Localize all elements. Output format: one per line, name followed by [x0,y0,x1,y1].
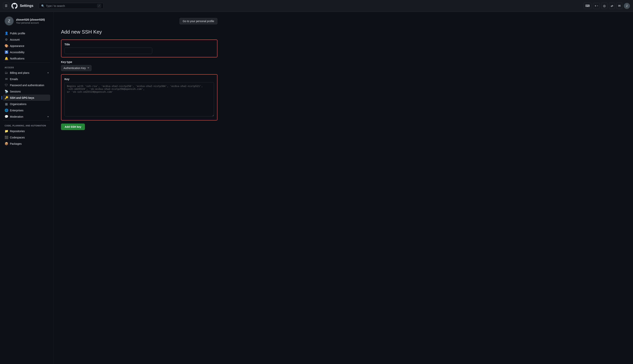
access-section-label: Access [3,63,50,70]
sidebar-item-packages[interactable]: 📦 Packages [3,140,50,147]
user-section: Z zloser020 (zloser020) Your personal ac… [3,16,50,26]
sidebar-item-label: Account [10,38,49,41]
key-icon: 🔑 [4,96,8,100]
sidebar-item-label: Password and authentication [10,84,49,87]
sidebar-item-label: Notifications [10,57,49,60]
hamburger-button[interactable]: ☰ [3,3,9,9]
sidebar-code-nav: 📁 Repositories ⬛ Codespaces 📦 Packages [3,128,50,147]
key-label: Key [64,78,214,81]
key-type-label: Key type [61,60,218,64]
billing-icon: 🗂 [4,71,8,74]
sidebar-item-enterprises[interactable]: 🌐 Enterprises [3,107,50,114]
sidebar-item-billing[interactable]: 🗂 Billing and plans ▾ [3,70,50,76]
avatar-button[interactable]: Z [624,3,630,9]
copilot-button[interactable]: ◎ [601,3,608,9]
terminal-button[interactable]: ⌨ [584,3,592,9]
user-subtitle: Your personal account [16,22,45,24]
sidebar-item-sessions[interactable]: 📡 Sessions [3,88,50,94]
person-icon: 👤 [4,32,8,35]
key-type-section: Key type Authentication Key Signing Key [61,60,218,71]
sidebar-item-label: Appearance [10,44,49,48]
sidebar-item-label: Moderation [10,115,46,118]
shield-icon: 🛡 [4,84,8,87]
page-title: Add new SSH Key [61,29,218,35]
chevron-down-icon: ▾ [48,115,49,118]
nav-title: Settings [20,4,34,8]
terminal-icon: ⌨ [585,4,590,8]
sidebar-item-public-profile[interactable]: 👤 Public profile [3,30,50,36]
sidebar-item-label: Accessibility [10,51,49,54]
copilot-icon: ◎ [603,4,606,8]
key-type-select[interactable]: Authentication Key Signing Key [61,65,92,71]
main-layout: Z zloser020 (zloser020) Your personal ac… [0,12,633,364]
topnav: ☰ Settings 🔍 Type / to search / ⌨ + ▾ ◎ … [0,0,633,12]
username: zloser020 (zloser020) [16,18,45,21]
key-textarea[interactable] [64,82,214,116]
sidebar-item-repositories[interactable]: 📁 Repositories [3,128,50,134]
search-box[interactable]: 🔍 Type / to search / [39,3,104,9]
repo-icon: 📁 [4,129,8,133]
user-info: zloser020 (zloser020) Your personal acco… [16,18,45,24]
title-section: Title [61,40,218,58]
add-ssh-key-button[interactable]: Add SSH key [61,124,85,130]
github-logo [12,3,18,9]
email-icon: ✉ [4,77,8,81]
chevron-down-icon: ▾ [48,72,49,74]
gear-icon: ⚙ [4,38,8,42]
sidebar-item-moderation[interactable]: 💬 Moderation ▾ [3,114,50,120]
title-input[interactable] [64,48,152,54]
sidebar-item-organizations[interactable]: ▦ Organizations [3,101,50,107]
sidebar-item-codespaces[interactable]: ⬛ Codespaces [3,134,50,140]
pullrequest-icon: ⇄ [611,4,613,8]
sidebar-item-label: Codespaces [10,136,49,139]
sidebar-item-password-auth[interactable]: 🛡 Password and authentication [3,82,50,88]
topnav-left: ☰ Settings 🔍 Type / to search / [3,3,581,9]
organizations-icon: ▦ [4,102,8,106]
sidebar-item-account[interactable]: ⚙ Account [3,36,50,43]
sidebar-item-notifications[interactable]: 🔔 Notifications [3,55,50,62]
sidebar-item-label: Emails [10,78,49,81]
sidebar-main-nav: 👤 Public profile ⚙ Account 🎨 Appearance … [3,30,50,62]
user-avatar-top: Z [624,3,630,9]
sidebar-item-ssh-gpg[interactable]: 🔑 SSH and GPG keys [3,94,50,101]
search-placeholder-text: Type / to search [46,4,96,8]
code-section-label: Code, planning, and automation [3,122,50,128]
sidebar-item-label: Sessions [10,90,49,93]
inbox-button[interactable]: ✉ [616,3,622,9]
search-icon: 🔍 [41,4,44,8]
profile-btn-container: Go to your personal profile [61,18,218,24]
hamburger-icon: ☰ [5,4,8,8]
pullrequest-button[interactable]: ⇄ [609,3,615,9]
brush-icon: 🎨 [4,44,8,48]
accessibility-icon: ♿ [4,50,8,54]
sidebar-item-accessibility[interactable]: ♿ Accessibility [3,49,50,55]
bell-icon: 🔔 [4,57,8,60]
inbox-icon: ✉ [618,4,620,8]
topnav-right: ⌨ + ▾ ◎ ⇄ ✉ Z [584,3,630,9]
sidebar-item-label: Enterprises [10,109,49,112]
sidebar-item-emails[interactable]: ✉ Emails [3,76,50,82]
sidebar-item-label: Repositories [10,130,49,133]
title-label: Title [64,43,214,46]
search-kbd: / [97,4,101,8]
sidebar-item-label: Organizations [10,102,49,106]
plus-icon: + [595,4,596,8]
enterprise-icon: 🌐 [4,108,8,112]
key-section: Key [61,74,218,120]
session-icon: 📡 [4,90,8,93]
go-to-profile-button[interactable]: Go to your personal profile [180,18,218,24]
caret-icon: ▾ [597,5,598,7]
sidebar-item-label: SSH and GPG keys [10,96,49,99]
sidebar-access-nav: 🗂 Billing and plans ▾ ✉ Emails 🛡 Passwor… [3,70,50,120]
new-button[interactable]: + ▾ [593,3,600,9]
codespace-icon: ⬛ [4,136,8,139]
sidebar-item-appearance[interactable]: 🎨 Appearance [3,43,50,49]
divider-2 [3,120,50,121]
avatar: Z [4,16,14,26]
sidebar-item-label: Packages [10,142,49,145]
package-icon: 📦 [4,142,8,146]
moderation-icon: 💬 [4,115,8,118]
content-area: Go to your personal profile Add new SSH … [54,12,225,364]
sidebar-item-label: Public profile [10,32,49,35]
sidebar: Z zloser020 (zloser020) Your personal ac… [0,12,54,364]
